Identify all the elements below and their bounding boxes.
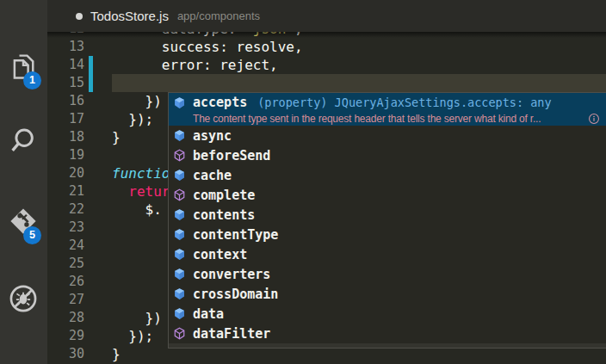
suggestion-label: contents bbox=[193, 207, 255, 223]
suggestion-item[interactable]: data bbox=[169, 304, 606, 324]
file-name: TodosStore.js bbox=[90, 9, 169, 23]
code-text: }) bbox=[112, 309, 162, 327]
line-number: 13 bbox=[47, 38, 84, 56]
code-text: dataType: 'json', bbox=[112, 32, 303, 38]
suggestion-label: accepts bbox=[193, 95, 247, 110]
property-icon bbox=[173, 208, 186, 221]
line-number: 28 bbox=[47, 309, 84, 327]
line-number: 18 bbox=[47, 128, 84, 146]
suggestion-item[interactable]: beforeSend bbox=[169, 145, 606, 165]
line-number: 23 bbox=[47, 219, 84, 237]
code-text: }) bbox=[112, 92, 162, 110]
suggestion-label: beforeSend bbox=[193, 148, 270, 163]
property-icon bbox=[173, 268, 186, 281]
intellisense-suggest-widget: accepts(property) JQueryAjaxSettings.acc… bbox=[168, 92, 606, 349]
suggestion-label: async bbox=[193, 128, 232, 144]
line-number: 22 bbox=[47, 201, 84, 219]
activity-bar: 15 bbox=[0, 0, 47, 364]
editor-line-12[interactable]: 12 dataType: 'json', bbox=[47, 32, 606, 38]
editor-title-bar: TodosStore.js app/components bbox=[47, 0, 606, 32]
method-icon bbox=[173, 149, 186, 162]
modified-line-indicator bbox=[89, 56, 93, 74]
suggestion-doc: The content type sent in the request hea… bbox=[193, 113, 584, 125]
suggestion-label: data bbox=[193, 306, 224, 322]
method-icon bbox=[173, 327, 186, 340]
editor-line-15[interactable]: 15 bbox=[47, 74, 606, 92]
info-icon[interactable] bbox=[588, 113, 600, 125]
search-icon bbox=[8, 125, 39, 156]
property-icon bbox=[173, 228, 186, 241]
line-number: 17 bbox=[47, 110, 84, 128]
suggestion-item[interactable]: complete bbox=[169, 185, 606, 205]
code-text: }); bbox=[112, 327, 153, 345]
activity-bar-item-debug[interactable] bbox=[0, 277, 47, 327]
method-icon bbox=[173, 188, 186, 201]
suggestion-label: contentType bbox=[193, 227, 278, 243]
line-number: 27 bbox=[47, 291, 84, 309]
source-control-badge: 5 bbox=[23, 226, 41, 244]
line-number: 20 bbox=[47, 164, 84, 182]
modified-line-indicator bbox=[89, 74, 93, 92]
suggestion-item[interactable]: dataFilter bbox=[169, 324, 606, 343]
explorer-badge: 1 bbox=[23, 71, 41, 89]
suggestion-label: context bbox=[193, 247, 247, 262]
suggestion-item[interactable]: async bbox=[169, 126, 606, 145]
line-number: 16 bbox=[47, 92, 84, 110]
line-number: 14 bbox=[47, 56, 84, 74]
file-path: app/components bbox=[177, 9, 260, 22]
vscode-window: 15 TodosStore.js app/components 12 dataT… bbox=[0, 0, 606, 364]
suggestion-label: complete bbox=[193, 188, 255, 203]
activity-bar-item-explorer[interactable]: 1 bbox=[0, 45, 47, 95]
code-text: } bbox=[112, 345, 121, 363]
suggestion-label: dataFilter bbox=[193, 326, 270, 342]
code-text: } bbox=[112, 128, 121, 146]
suggestion-item[interactable]: cache bbox=[169, 165, 606, 185]
property-icon bbox=[173, 169, 186, 182]
activity-bar-item-source-control[interactable]: 5 bbox=[0, 200, 47, 250]
suggestion-label: cache bbox=[193, 168, 232, 183]
line-number: 15 bbox=[47, 74, 84, 92]
suggestion-label: converters bbox=[193, 267, 270, 282]
suggestion-label: crossDomain bbox=[193, 287, 278, 302]
line-number: 19 bbox=[47, 146, 84, 164]
suggestion-item[interactable]: crossDomain bbox=[169, 284, 606, 304]
suggestion-item[interactable]: context bbox=[169, 244, 606, 264]
editor-line-13[interactable]: 13 success: resolve, bbox=[47, 38, 606, 56]
activity-bar-item-search[interactable] bbox=[0, 119, 47, 169]
suggestion-item[interactable]: contentType bbox=[169, 225, 606, 244]
property-icon bbox=[173, 287, 186, 300]
suggestion-detail: (property) JQueryAjaxSettings.accepts: a… bbox=[257, 96, 551, 109]
line-number: 25 bbox=[47, 255, 84, 273]
line-number: 24 bbox=[47, 237, 84, 255]
code-text: }); bbox=[112, 110, 153, 128]
suggestion-item[interactable]: contents bbox=[169, 205, 606, 225]
line-number: 26 bbox=[47, 273, 84, 291]
property-icon bbox=[173, 129, 186, 142]
property-icon bbox=[173, 307, 186, 320]
suggestion-item-selected[interactable]: accepts(property) JQueryAjaxSettings.acc… bbox=[169, 93, 606, 126]
dirty-indicator-icon bbox=[76, 13, 83, 20]
property-icon bbox=[173, 248, 186, 261]
line-number: 12 bbox=[47, 32, 84, 38]
suggestion-item-partial bbox=[169, 343, 606, 348]
line-number: 29 bbox=[47, 327, 84, 345]
code-text: $. bbox=[112, 201, 162, 219]
property-icon bbox=[173, 96, 186, 109]
debug-icon bbox=[8, 283, 39, 314]
editor-line-14[interactable]: 14 error: reject, bbox=[47, 56, 606, 74]
code-text: success: resolve, bbox=[112, 38, 303, 56]
code-text: error: reject, bbox=[112, 56, 278, 74]
current-line-highlight bbox=[112, 74, 606, 92]
line-number: 30 bbox=[47, 345, 84, 363]
suggestion-item[interactable]: converters bbox=[169, 264, 606, 284]
line-number: 21 bbox=[47, 182, 84, 201]
